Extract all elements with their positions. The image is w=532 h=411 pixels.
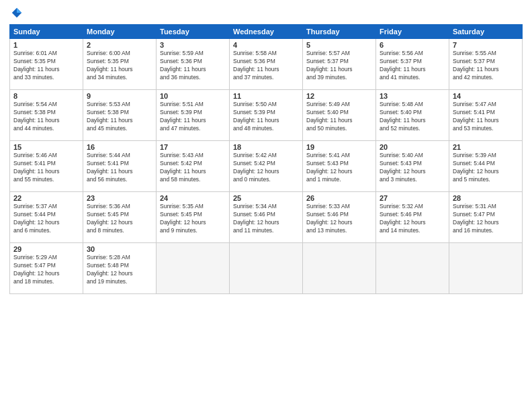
day-number: 13: [380, 92, 445, 100]
day-info: Sunrise: 5:46 AMSunset: 5:41 PMDaylight:…: [13, 152, 79, 184]
day-info: Sunrise: 5:28 AMSunset: 5:48 PMDaylight:…: [87, 254, 152, 286]
calendar-cell: [157, 243, 230, 294]
day-info: Sunrise: 5:31 AMSunset: 5:47 PMDaylight:…: [453, 203, 519, 235]
day-number: 17: [160, 143, 226, 151]
calendar-cell: 18Sunrise: 5:42 AMSunset: 5:42 PMDayligh…: [230, 141, 303, 192]
col-header-thursday: Thursday: [303, 25, 376, 39]
calendar-header-row: SundayMondayTuesdayWednesdayThursdayFrid…: [10, 25, 523, 39]
day-info: Sunrise: 5:36 AMSunset: 5:45 PMDaylight:…: [87, 203, 152, 235]
logo: [9, 7, 23, 20]
calendar-cell: 25Sunrise: 5:34 AMSunset: 5:46 PMDayligh…: [230, 192, 303, 243]
calendar-cell: 26Sunrise: 5:33 AMSunset: 5:46 PMDayligh…: [303, 192, 376, 243]
page: SundayMondayTuesdayWednesdayThursdayFrid…: [0, 0, 532, 411]
calendar-cell: 9Sunrise: 5:53 AMSunset: 5:38 PMDaylight…: [83, 90, 157, 141]
day-number: 25: [233, 194, 299, 202]
col-header-saturday: Saturday: [449, 25, 523, 39]
calendar-cell: 12Sunrise: 5:49 AMSunset: 5:40 PMDayligh…: [303, 90, 376, 141]
day-info: Sunrise: 5:58 AMSunset: 5:36 PMDaylight:…: [233, 50, 299, 82]
col-header-wednesday: Wednesday: [230, 25, 303, 39]
day-number: 4: [233, 41, 299, 49]
calendar-cell: 2Sunrise: 6:00 AMSunset: 5:35 PMDaylight…: [83, 39, 157, 90]
calendar-cell: 28Sunrise: 5:31 AMSunset: 5:47 PMDayligh…: [449, 192, 523, 243]
col-header-monday: Monday: [83, 25, 157, 39]
calendar-cell: 16Sunrise: 5:44 AMSunset: 5:41 PMDayligh…: [83, 141, 157, 192]
calendar-cell: 17Sunrise: 5:43 AMSunset: 5:42 PMDayligh…: [157, 141, 230, 192]
day-info: Sunrise: 5:59 AMSunset: 5:36 PMDaylight:…: [160, 50, 226, 82]
day-info: Sunrise: 5:33 AMSunset: 5:46 PMDaylight:…: [306, 203, 372, 235]
calendar-cell: 24Sunrise: 5:35 AMSunset: 5:45 PMDayligh…: [157, 192, 230, 243]
calendar-cell: 6Sunrise: 5:56 AMSunset: 5:37 PMDaylight…: [376, 39, 449, 90]
calendar-cell: 4Sunrise: 5:58 AMSunset: 5:36 PMDaylight…: [230, 39, 303, 90]
calendar-cell: 3Sunrise: 5:59 AMSunset: 5:36 PMDaylight…: [157, 39, 230, 90]
day-info: Sunrise: 6:00 AMSunset: 5:35 PMDaylight:…: [87, 50, 152, 82]
day-info: Sunrise: 5:42 AMSunset: 5:42 PMDaylight:…: [233, 152, 299, 184]
calendar-cell: 22Sunrise: 5:37 AMSunset: 5:44 PMDayligh…: [10, 192, 83, 243]
calendar-cell: 14Sunrise: 5:47 AMSunset: 5:41 PMDayligh…: [449, 90, 523, 141]
svg-marker-1: [17, 8, 21, 13]
calendar-cell: [303, 243, 376, 294]
day-info: Sunrise: 5:39 AMSunset: 5:44 PMDaylight:…: [453, 152, 519, 184]
day-info: Sunrise: 5:43 AMSunset: 5:42 PMDaylight:…: [160, 152, 226, 184]
day-number: 30: [87, 245, 152, 253]
calendar-cell: 15Sunrise: 5:46 AMSunset: 5:41 PMDayligh…: [10, 141, 83, 192]
calendar-cell: 11Sunrise: 5:50 AMSunset: 5:39 PMDayligh…: [230, 90, 303, 141]
calendar-cell: 23Sunrise: 5:36 AMSunset: 5:45 PMDayligh…: [83, 192, 157, 243]
day-number: 9: [87, 92, 152, 100]
day-number: 6: [380, 41, 445, 49]
week-row-2: 8Sunrise: 5:54 AMSunset: 5:38 PMDaylight…: [10, 90, 523, 141]
calendar-cell: 20Sunrise: 5:40 AMSunset: 5:43 PMDayligh…: [376, 141, 449, 192]
day-number: 27: [380, 194, 445, 202]
week-row-1: 1Sunrise: 6:01 AMSunset: 5:35 PMDaylight…: [10, 39, 523, 90]
day-info: Sunrise: 5:53 AMSunset: 5:38 PMDaylight:…: [87, 101, 152, 133]
col-header-sunday: Sunday: [10, 25, 83, 39]
calendar-cell: 30Sunrise: 5:28 AMSunset: 5:48 PMDayligh…: [83, 243, 157, 294]
day-info: Sunrise: 5:40 AMSunset: 5:43 PMDaylight:…: [380, 152, 445, 184]
day-info: Sunrise: 5:55 AMSunset: 5:37 PMDaylight:…: [453, 50, 519, 82]
calendar-cell: 8Sunrise: 5:54 AMSunset: 5:38 PMDaylight…: [10, 90, 83, 141]
header: [9, 7, 523, 20]
day-number: 16: [87, 143, 152, 151]
calendar-cell: [449, 243, 523, 294]
day-number: 23: [87, 194, 152, 202]
day-info: Sunrise: 5:56 AMSunset: 5:37 PMDaylight:…: [380, 50, 445, 82]
calendar-cell: 27Sunrise: 5:32 AMSunset: 5:46 PMDayligh…: [376, 192, 449, 243]
week-row-5: 29Sunrise: 5:29 AMSunset: 5:47 PMDayligh…: [10, 243, 523, 294]
day-info: Sunrise: 5:54 AMSunset: 5:38 PMDaylight:…: [13, 101, 79, 133]
calendar-cell: [376, 243, 449, 294]
calendar-cell: 5Sunrise: 5:57 AMSunset: 5:37 PMDaylight…: [303, 39, 376, 90]
day-number: 26: [306, 194, 372, 202]
day-info: Sunrise: 5:57 AMSunset: 5:37 PMDaylight:…: [306, 50, 372, 82]
day-number: 2: [87, 41, 152, 49]
col-header-tuesday: Tuesday: [157, 25, 230, 39]
day-number: 18: [233, 143, 299, 151]
day-number: 1: [13, 41, 79, 49]
day-number: 20: [380, 143, 445, 151]
day-info: Sunrise: 5:44 AMSunset: 5:41 PMDaylight:…: [87, 152, 152, 184]
calendar-cell: 13Sunrise: 5:48 AMSunset: 5:40 PMDayligh…: [376, 90, 449, 141]
week-row-4: 22Sunrise: 5:37 AMSunset: 5:44 PMDayligh…: [10, 192, 523, 243]
day-number: 10: [160, 92, 226, 100]
day-info: Sunrise: 5:37 AMSunset: 5:44 PMDaylight:…: [13, 203, 79, 235]
day-info: Sunrise: 5:34 AMSunset: 5:46 PMDaylight:…: [233, 203, 299, 235]
day-number: 19: [306, 143, 372, 151]
col-header-friday: Friday: [376, 25, 449, 39]
calendar-cell: 10Sunrise: 5:51 AMSunset: 5:39 PMDayligh…: [157, 90, 230, 141]
day-info: Sunrise: 5:49 AMSunset: 5:40 PMDaylight:…: [306, 101, 372, 133]
day-info: Sunrise: 5:47 AMSunset: 5:41 PMDaylight:…: [453, 101, 519, 133]
calendar-cell: 19Sunrise: 5:41 AMSunset: 5:43 PMDayligh…: [303, 141, 376, 192]
day-info: Sunrise: 6:01 AMSunset: 5:35 PMDaylight:…: [13, 50, 79, 82]
calendar-table: SundayMondayTuesdayWednesdayThursdayFrid…: [9, 24, 523, 294]
day-number: 3: [160, 41, 226, 49]
day-number: 5: [306, 41, 372, 49]
week-row-3: 15Sunrise: 5:46 AMSunset: 5:41 PMDayligh…: [10, 141, 523, 192]
calendar-cell: 29Sunrise: 5:29 AMSunset: 5:47 PMDayligh…: [10, 243, 83, 294]
day-number: 15: [13, 143, 79, 151]
day-number: 22: [13, 194, 79, 202]
calendar-cell: 21Sunrise: 5:39 AMSunset: 5:44 PMDayligh…: [449, 141, 523, 192]
day-number: 7: [453, 41, 519, 49]
day-info: Sunrise: 5:41 AMSunset: 5:43 PMDaylight:…: [306, 152, 372, 184]
calendar-cell: 7Sunrise: 5:55 AMSunset: 5:37 PMDaylight…: [449, 39, 523, 90]
calendar-cell: 1Sunrise: 6:01 AMSunset: 5:35 PMDaylight…: [10, 39, 83, 90]
day-number: 21: [453, 143, 519, 151]
day-number: 28: [453, 194, 519, 202]
